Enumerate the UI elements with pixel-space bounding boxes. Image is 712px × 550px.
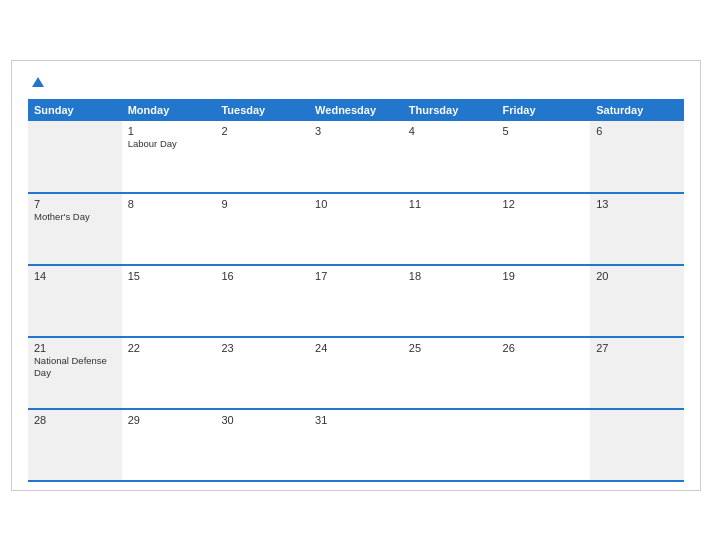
calendar-cell	[403, 409, 497, 481]
calendar-cell	[28, 121, 122, 193]
weekday-header-tuesday: Tuesday	[215, 99, 309, 121]
logo	[28, 77, 44, 87]
weekday-header-wednesday: Wednesday	[309, 99, 403, 121]
calendar-cell: 20	[590, 265, 684, 337]
calendar-week-row: 28293031	[28, 409, 684, 481]
day-number: 13	[596, 198, 678, 210]
calendar-cell: 31	[309, 409, 403, 481]
weekday-header-row: SundayMondayTuesdayWednesdayThursdayFrid…	[28, 99, 684, 121]
event-label: National Defense Day	[34, 355, 116, 380]
day-number: 24	[315, 342, 397, 354]
day-number: 28	[34, 414, 116, 426]
day-number: 3	[315, 125, 397, 137]
calendar-cell: 5	[497, 121, 591, 193]
day-number: 27	[596, 342, 678, 354]
day-number: 17	[315, 270, 397, 282]
day-number: 16	[221, 270, 303, 282]
calendar-cell: 1Labour Day	[122, 121, 216, 193]
day-number: 6	[596, 125, 678, 137]
calendar-cell: 29	[122, 409, 216, 481]
calendar-week-row: 1Labour Day23456	[28, 121, 684, 193]
day-number: 2	[221, 125, 303, 137]
calendar-cell: 19	[497, 265, 591, 337]
day-number: 8	[128, 198, 210, 210]
day-number: 22	[128, 342, 210, 354]
calendar-container: SundayMondayTuesdayWednesdayThursdayFrid…	[11, 60, 701, 491]
day-number: 23	[221, 342, 303, 354]
calendar-cell: 3	[309, 121, 403, 193]
calendar-cell	[590, 409, 684, 481]
calendar-cell: 28	[28, 409, 122, 481]
day-number: 15	[128, 270, 210, 282]
calendar-cell: 16	[215, 265, 309, 337]
calendar-header	[28, 77, 684, 87]
logo-triangle-icon	[32, 77, 44, 87]
calendar-table: SundayMondayTuesdayWednesdayThursdayFrid…	[28, 99, 684, 482]
day-number: 30	[221, 414, 303, 426]
calendar-cell: 12	[497, 193, 591, 265]
calendar-cell: 7Mother's Day	[28, 193, 122, 265]
day-number: 11	[409, 198, 491, 210]
day-number: 1	[128, 125, 210, 137]
day-number: 10	[315, 198, 397, 210]
calendar-cell: 15	[122, 265, 216, 337]
calendar-cell: 9	[215, 193, 309, 265]
day-number: 7	[34, 198, 116, 210]
day-number: 21	[34, 342, 116, 354]
day-number: 5	[503, 125, 585, 137]
weekday-header-saturday: Saturday	[590, 99, 684, 121]
day-number: 4	[409, 125, 491, 137]
day-number: 29	[128, 414, 210, 426]
weekday-header-friday: Friday	[497, 99, 591, 121]
calendar-cell: 2	[215, 121, 309, 193]
calendar-cell: 27	[590, 337, 684, 409]
day-number: 26	[503, 342, 585, 354]
event-label: Labour Day	[128, 138, 210, 150]
calendar-cell: 18	[403, 265, 497, 337]
calendar-cell: 4	[403, 121, 497, 193]
day-number: 19	[503, 270, 585, 282]
day-number: 25	[409, 342, 491, 354]
weekday-header-sunday: Sunday	[28, 99, 122, 121]
calendar-cell: 30	[215, 409, 309, 481]
calendar-cell	[497, 409, 591, 481]
calendar-cell: 8	[122, 193, 216, 265]
calendar-cell: 22	[122, 337, 216, 409]
calendar-cell: 10	[309, 193, 403, 265]
day-number: 12	[503, 198, 585, 210]
calendar-week-row: 14151617181920	[28, 265, 684, 337]
calendar-cell: 26	[497, 337, 591, 409]
calendar-cell: 21National Defense Day	[28, 337, 122, 409]
calendar-cell: 6	[590, 121, 684, 193]
calendar-cell: 25	[403, 337, 497, 409]
weekday-header-monday: Monday	[122, 99, 216, 121]
calendar-cell: 13	[590, 193, 684, 265]
event-label: Mother's Day	[34, 211, 116, 223]
calendar-cell: 23	[215, 337, 309, 409]
calendar-week-row: 7Mother's Day8910111213	[28, 193, 684, 265]
day-number: 18	[409, 270, 491, 282]
day-number: 9	[221, 198, 303, 210]
calendar-cell: 24	[309, 337, 403, 409]
day-number: 31	[315, 414, 397, 426]
weekday-header-thursday: Thursday	[403, 99, 497, 121]
day-number: 14	[34, 270, 116, 282]
calendar-cell: 17	[309, 265, 403, 337]
logo-blue-text	[28, 77, 44, 87]
calendar-cell: 14	[28, 265, 122, 337]
calendar-week-row: 21National Defense Day222324252627	[28, 337, 684, 409]
calendar-cell: 11	[403, 193, 497, 265]
day-number: 20	[596, 270, 678, 282]
